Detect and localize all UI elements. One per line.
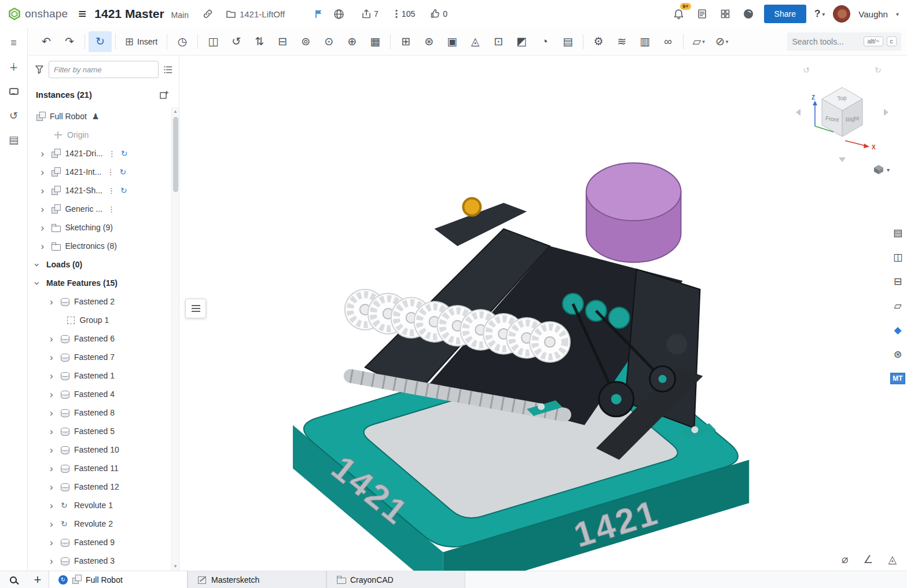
tree-section-mate-features[interactable]: Mate Features (15) — [28, 274, 171, 292]
tree-item-1421-dri[interactable]: 1421-Dri... ⋮↻ — [28, 144, 171, 163]
expand-chevron-icon[interactable] — [50, 334, 60, 344]
flag-icon[interactable] — [311, 6, 326, 21]
roll-ccw-icon[interactable]: ↺ — [803, 65, 810, 75]
tree-item-fastened-11[interactable]: Fastened 11 — [28, 459, 171, 477]
tree-item-fastened-6[interactable]: Fastened 6 — [28, 329, 171, 348]
tab-search-icon[interactable] — [0, 571, 27, 588]
tree-item-fastened-3[interactable]: Fastened 3 — [28, 552, 171, 570]
revolute-mate-icon[interactable]: ↺ — [225, 31, 248, 52]
tree-item-origin[interactable]: Origin — [28, 126, 171, 144]
list-view-icon[interactable] — [163, 65, 173, 75]
add-tab-button[interactable]: + — [27, 571, 49, 588]
expand-chevron-icon[interactable] — [36, 278, 46, 288]
scrollbar-thumb[interactable] — [173, 117, 178, 192]
tree-item-fastened-2[interactable]: Fastened 2 — [28, 292, 171, 311]
tree-item-fastened-4[interactable]: Fastened 4 — [28, 385, 171, 403]
expand-chevron-icon[interactable] — [50, 501, 60, 510]
expand-chevron-icon[interactable] — [50, 297, 60, 307]
tree-section-loads[interactable]: Loads (0) — [28, 255, 171, 274]
changes-stat[interactable]: 105 — [394, 9, 415, 19]
user-menu-chevron-icon[interactable]: ▾ — [896, 11, 899, 17]
follow-mode-icon[interactable]: ∔ — [4, 58, 24, 76]
linear-pattern-icon[interactable]: ⊞ — [394, 31, 417, 52]
redo-icon[interactable]: ↷ — [58, 31, 81, 52]
expand-chevron-icon[interactable] — [41, 223, 51, 233]
tree-item-fastened-1[interactable]: Fastened 1 — [28, 366, 171, 385]
tree-item-electronics[interactable]: Electronics (8) — [28, 237, 171, 255]
globe-icon[interactable] — [331, 6, 346, 21]
menu-dots-icon[interactable]: ⋮ — [107, 168, 114, 177]
appearance-panel-icon[interactable]: ◆ — [888, 318, 907, 341]
assembly-features-icon[interactable]: ⚙ — [587, 31, 610, 52]
link-icon[interactable] — [200, 6, 215, 21]
tree-scrollbar[interactable]: ▲ ▼ — [171, 107, 179, 571]
tree-item-fastened-10[interactable]: Fastened 10 — [28, 440, 171, 459]
project-breadcrumb[interactable]: 1421-LiftOff — [226, 9, 285, 19]
expand-chevron-icon[interactable] — [50, 519, 60, 529]
view-options-menu[interactable]: ▾ — [873, 164, 890, 175]
menu-dots-icon[interactable]: ⋮ — [108, 186, 115, 195]
expand-chevron-icon[interactable] — [50, 389, 60, 399]
expand-chevron-icon[interactable] — [50, 482, 60, 492]
mt-panel-tab[interactable]: MT — [888, 367, 907, 390]
expand-chevron-icon[interactable] — [50, 464, 60, 473]
belt-icon[interactable]: ∞ — [656, 31, 680, 52]
mate-connector-icon[interactable]: ⊕ — [340, 31, 363, 52]
expand-chevron-icon[interactable] — [41, 167, 51, 177]
filter-input[interactable] — [49, 61, 159, 78]
view-cube[interactable]: Top Front Right Z X — [792, 63, 892, 164]
user-name[interactable]: Vaughn — [858, 9, 888, 19]
avatar[interactable] — [833, 5, 850, 23]
snapshot-icon[interactable]: ⊡ — [487, 31, 510, 52]
structure-tree-popout-button[interactable] — [185, 299, 206, 318]
search-tools-input[interactable] — [792, 37, 860, 46]
assembly-structure-icon[interactable]: ≡ — [4, 34, 24, 52]
likes-stat[interactable]: 0 — [430, 9, 447, 19]
expand-chevron-icon[interactable] — [50, 371, 60, 381]
expand-chevron-icon[interactable] — [50, 427, 60, 436]
display-states-icon[interactable]: ◩ — [510, 31, 533, 52]
planar-mate-icon[interactable]: ⊟ — [271, 31, 294, 52]
learning-center-icon[interactable] — [741, 6, 756, 21]
documents-panel-icon[interactable]: ▤ — [888, 221, 907, 244]
tree-item-group-1[interactable]: Group 1 — [28, 311, 171, 329]
search-tools-box[interactable]: alt/~ c — [787, 32, 901, 51]
undo-icon[interactable]: ↶ — [35, 31, 58, 52]
parts-panel-icon[interactable]: ◫ — [888, 245, 907, 269]
circular-pattern-icon[interactable]: ⊛ — [417, 31, 440, 52]
rotate-view-icon[interactable]: ↻ — [89, 31, 112, 52]
tree-item-revolute-1[interactable]: Revolute 1 — [28, 496, 171, 514]
tab-crayoncad[interactable]: CrayonCAD — [326, 571, 465, 588]
expand-chevron-icon[interactable] — [41, 241, 51, 251]
explode-view-icon[interactable]: ◬ — [464, 31, 487, 52]
mass-properties-icon[interactable]: ◬ — [888, 553, 897, 566]
tape-measure-icon[interactable]: ⌀ — [842, 553, 848, 566]
simulation-icon[interactable]: ≋ — [610, 31, 633, 52]
sync-icon[interactable]: ↻ — [120, 186, 127, 195]
roll-cw-icon[interactable]: ↻ — [875, 65, 882, 75]
menu-dots-icon[interactable]: ⋮ — [108, 149, 116, 158]
bom-icon[interactable]: ▤ — [556, 31, 579, 52]
tree-item-fastened-7[interactable]: Fastened 7 — [28, 348, 171, 366]
expand-chevron-icon[interactable] — [50, 538, 60, 547]
share-button[interactable]: Share — [764, 5, 806, 23]
expand-chevron-icon[interactable] — [41, 204, 51, 214]
features-panel-icon[interactable]: ⊟ — [888, 270, 907, 293]
protractor-icon[interactable]: ∠ — [863, 553, 873, 566]
expand-chevron-icon[interactable] — [41, 149, 51, 159]
app-store-icon[interactable] — [718, 6, 733, 21]
fastened-mate-icon[interactable]: ◫ — [201, 31, 225, 52]
expand-chevron-icon[interactable] — [50, 352, 60, 362]
drawings-panel-icon[interactable]: ▱ — [888, 294, 907, 317]
3d-viewport[interactable]: 1421 1421 Top Front Right — [179, 56, 907, 571]
tree-item-full-robot[interactable]: Full Robot ♟ — [28, 107, 171, 126]
sync-icon[interactable]: ↻ — [121, 149, 128, 158]
scroll-down-icon[interactable]: ▼ — [173, 562, 178, 571]
tree-item-fastened-5[interactable]: Fastened 5 — [28, 422, 171, 440]
tree-item-1421-int[interactable]: 1421-Int... ⋮↻ — [28, 163, 171, 181]
workspace-name[interactable]: Main — [171, 10, 189, 20]
scroll-up-icon[interactable]: ▲ — [173, 107, 178, 116]
ball-mate-icon[interactable]: ⊚ — [294, 31, 317, 52]
expand-chevron-icon[interactable] — [50, 445, 60, 455]
rotate-down-arrow-icon[interactable] — [839, 157, 846, 162]
